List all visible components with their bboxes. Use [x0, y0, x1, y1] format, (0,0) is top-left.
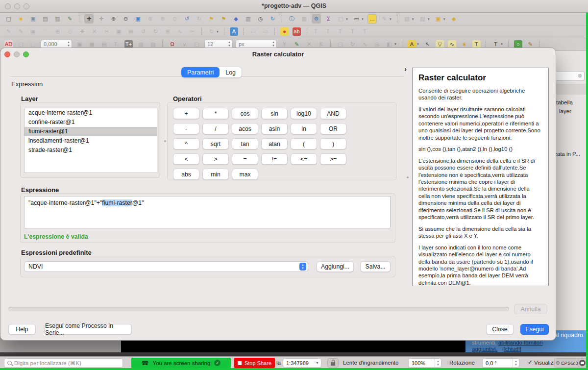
run-as-batch-button[interactable]: Esegui come Processo in Serie...	[45, 324, 132, 335]
layout-manager-icon[interactable]: ▥	[53, 14, 62, 24]
preset-expression-select[interactable]: NDVI ▲▼	[24, 261, 308, 272]
additional-link[interactable]: aggiuntivi.	[472, 346, 497, 352]
processing-toolbox-icon[interactable]: ⚙	[312, 14, 321, 24]
dropdown-arrow-icon[interactable]: ▼	[412, 18, 415, 21]
magnifier-label: Lente d'ingrandimento	[343, 360, 398, 366]
splitter-handle[interactable]	[407, 176, 409, 178]
operator-button[interactable]: sqrt	[202, 138, 229, 149]
dropdown-arrow-icon[interactable]: ▼	[394, 43, 397, 46]
operator-button[interactable]: ln	[291, 123, 317, 134]
zoom-out-icon[interactable]: ⊖	[121, 14, 130, 24]
operator-button[interactable]: abs	[173, 169, 199, 180]
expression-selected-text: fiumi-raster	[102, 199, 132, 206]
open-project-icon[interactable]: ■	[16, 14, 25, 24]
collapse-help-icon[interactable]: ›	[404, 65, 407, 73]
new-project-icon[interactable]: ▢	[4, 14, 13, 24]
help-button[interactable]: Help	[8, 324, 36, 335]
dropdown-arrow-icon[interactable]: ▼	[416, 43, 419, 46]
measure-icon[interactable]: ▭▼	[352, 14, 365, 24]
new-bookmark-icon[interactable]: ⚑	[207, 14, 216, 24]
filter-legend-icon[interactable]: ▣▼	[434, 14, 446, 24]
operator-button[interactable]: cos	[232, 108, 258, 119]
stop-share-button[interactable]: Stop Share	[234, 358, 275, 368]
operator-button[interactable]: )	[320, 138, 346, 149]
project-log-icon[interactable]: ▥	[244, 14, 253, 24]
zoom-last-icon[interactable]: ↺	[182, 14, 192, 24]
pan-map-icon[interactable]: ✚	[84, 14, 94, 24]
scale-combo[interactable]: 1:347989 ▼	[283, 358, 321, 368]
add-preset-button[interactable]: Aggiungi...	[317, 261, 354, 272]
close-message-link[interactable]: [chiudi]	[504, 346, 521, 352]
layer-list-item[interactable]: fiumi-raster@1	[24, 127, 157, 136]
clear-icon[interactable]: ⊗	[578, 73, 582, 79]
new-print-layout-icon[interactable]: ▤	[41, 14, 50, 24]
locator-input[interactable]: Digita per localizzare (⌘K)	[4, 358, 123, 368]
operator-button[interactable]: /	[202, 123, 229, 134]
save-project-icon[interactable]: ▣	[28, 14, 38, 24]
magnifier-spinbox[interactable]: 100% ▲▼	[408, 358, 441, 368]
style-manager-icon[interactable]: ✎	[65, 14, 74, 24]
identify-features-icon[interactable]: ⓘ	[287, 14, 296, 24]
expression-input[interactable]: "acque-interne-raster@1"+"fiumi-raster@1…	[24, 196, 391, 228]
layer-list-item[interactable]: acque-interne-raster@1	[24, 108, 157, 118]
operator-button[interactable]: AND	[320, 108, 346, 119]
operator-button[interactable]: acos	[232, 123, 258, 134]
dropdown-arrow-icon[interactable]: ▼	[427, 18, 430, 21]
stepper-icon[interactable]: ▲▼	[513, 359, 519, 367]
stepper-icon[interactable]: ▲▼	[435, 359, 441, 367]
close-button[interactable]: Close	[486, 324, 514, 335]
dropdown-arrow-icon[interactable]: ▼	[389, 18, 392, 21]
render-checkbox[interactable]: ✓	[528, 359, 533, 366]
operator-button[interactable]: =	[232, 153, 258, 165]
toolbar-separator	[162, 41, 163, 48]
map-marker-icon[interactable]: ◆	[231, 14, 241, 24]
operator-button[interactable]: (	[291, 138, 317, 149]
label-anchor-icon[interactable]: ●	[280, 27, 289, 36]
operator-button[interactable]: ^	[173, 138, 199, 149]
layer-list-item[interactable]: confine-raster@1	[24, 118, 157, 127]
dropdown-arrow-icon[interactable]: ▼	[345, 18, 348, 21]
splitter-handle[interactable]	[164, 140, 166, 142]
operator-button[interactable]: >=	[320, 153, 346, 165]
operator-button[interactable]: log10	[291, 108, 317, 119]
operator-button[interactable]: asin	[261, 123, 288, 134]
operator-button[interactable]: max	[232, 169, 258, 180]
layer-list-item[interactable]: insediamenti-raster@1	[24, 136, 157, 146]
background-search-box[interactable]: ⊗	[554, 71, 585, 81]
tab-log[interactable]: Log	[220, 67, 242, 77]
rotation-spinbox[interactable]: 0,0 ° ▲▼	[482, 358, 519, 368]
show-bookmarks-icon[interactable]: ⚑	[219, 14, 228, 24]
operator-button[interactable]: -	[173, 123, 199, 134]
label-abc-icon[interactable]: ab	[292, 27, 301, 36]
operator-button[interactable]: atan	[261, 138, 288, 149]
temporal-controller-icon[interactable]: ◷	[256, 14, 265, 24]
operator-button[interactable]: sin	[261, 108, 288, 119]
operator-button[interactable]: min	[202, 169, 229, 180]
tab-parametri[interactable]: Parametri	[181, 67, 220, 77]
operators-group-label: Operatori	[173, 95, 202, 102]
operator-button[interactable]: tan	[232, 138, 258, 149]
statistics-icon[interactable]: Σ	[324, 14, 333, 24]
zoom-in-icon[interactable]: ⊕	[109, 14, 118, 24]
labeling-options-icon[interactable]: A	[229, 27, 239, 36]
zoom-full-extent-icon[interactable]: ▣	[133, 14, 143, 24]
operator-button[interactable]: <=	[291, 153, 317, 165]
dropdown-arrow-icon[interactable]: ▼	[216, 30, 219, 33]
dropdown-arrow-icon[interactable]: ▼	[500, 43, 503, 46]
operator-button[interactable]: <	[173, 153, 199, 165]
run-button[interactable]: Esegui	[520, 324, 549, 335]
dropdown-arrow-icon[interactable]: ▼	[361, 18, 364, 21]
map-tips-icon[interactable]: …	[368, 14, 377, 24]
operator-button[interactable]: OR	[320, 123, 346, 134]
operator-button[interactable]: *	[202, 108, 229, 119]
operator-button[interactable]: +	[173, 108, 199, 119]
operator-button[interactable]: !=	[261, 153, 288, 165]
dropdown-arrow-icon[interactable]: ▼	[443, 18, 446, 21]
operator-button[interactable]: >	[202, 153, 229, 165]
data-source-manager-icon[interactable]: ◆	[449, 14, 459, 24]
lock-scale-button[interactable]	[327, 358, 339, 368]
refresh-map-icon[interactable]: ↻	[268, 14, 277, 24]
layer-list[interactable]: acque-interne-raster@1confine-raster@1fi…	[24, 108, 157, 173]
save-preset-button[interactable]: Salva...	[360, 261, 391, 272]
layer-list-item[interactable]: strade-raster@1	[24, 146, 157, 155]
